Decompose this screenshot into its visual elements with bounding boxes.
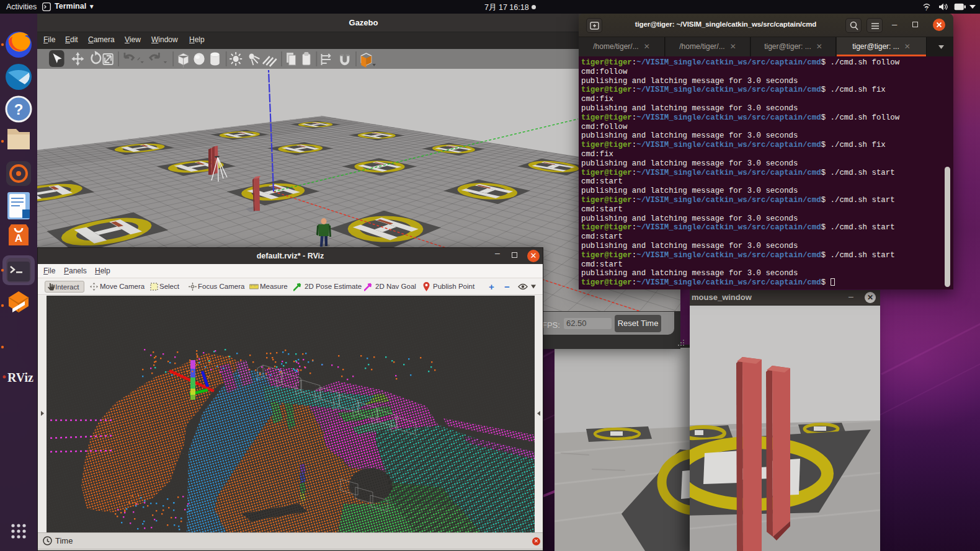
svg-text:?: ?	[14, 101, 24, 118]
svg-text:?: ?	[925, 6, 928, 11]
svg-text:A: A	[15, 232, 22, 244]
svg-text:RViz: RViz	[7, 371, 33, 384]
